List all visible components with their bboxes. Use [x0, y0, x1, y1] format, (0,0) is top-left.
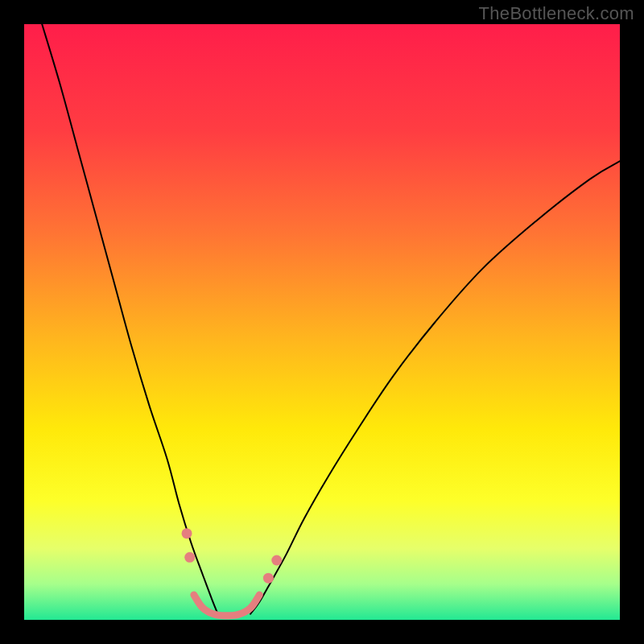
chart-svg — [24, 24, 620, 620]
plot-area — [24, 24, 620, 620]
watermark-text: TheBottleneck.com — [479, 3, 634, 24]
marker-left-upper-dot — [182, 528, 192, 539]
marker-left-lower-dot — [184, 552, 195, 563]
marker-right-upper-dot — [271, 555, 282, 566]
chart-background — [24, 24, 620, 620]
chart-frame: TheBottleneck.com — [0, 0, 644, 644]
marker-right-lower-dot — [263, 573, 274, 584]
